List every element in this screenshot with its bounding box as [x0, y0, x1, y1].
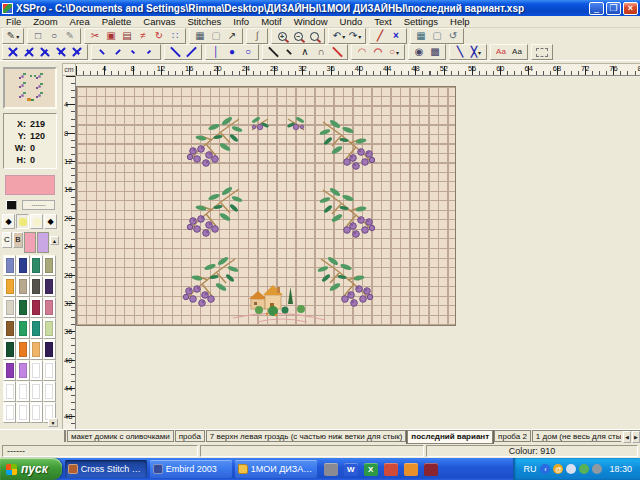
palette-swatch-lilac[interactable]: [37, 232, 49, 253]
undo-button[interactable]: ↶▾: [331, 30, 347, 43]
part-stitch-tool[interactable]: [281, 46, 297, 59]
pattern-tab-3[interactable]: 7 верхн левая гроздь (с частью ниж ветки…: [206, 430, 407, 442]
exclude-selection-tool[interactable]: ≠: [135, 30, 151, 43]
menu-info[interactable]: Info: [227, 16, 255, 27]
paste-selection-tool[interactable]: ▤: [119, 30, 135, 43]
vertical-stitch[interactable]: │: [208, 46, 224, 59]
tray-collapse-icon[interactable]: ‹: [540, 464, 550, 474]
text-tool-black[interactable]: Aa: [509, 46, 525, 59]
palette-color[interactable]: [30, 318, 43, 339]
task-button-1[interactable]: Cross Stitch Pro...: [65, 460, 147, 478]
palette-yellow-blob-button[interactable]: [16, 214, 29, 229]
language-indicator[interactable]: RU: [523, 464, 536, 474]
palette-color[interactable]: [43, 360, 56, 381]
pattern-tab-1[interactable]: макет домик с оливочками: [67, 430, 174, 442]
excel-icon[interactable]: X: [364, 463, 378, 476]
palette-color[interactable]: [16, 339, 29, 360]
bead-solid[interactable]: ●: [224, 46, 240, 59]
curve-thin-tool[interactable]: ◠: [354, 46, 370, 59]
palette-b-button[interactable]: B: [13, 232, 23, 248]
bead-outline[interactable]: ○: [240, 46, 256, 59]
palette-scroll-up[interactable]: ▲: [50, 236, 59, 245]
pattern-repeat-tool[interactable]: ∷: [167, 30, 183, 43]
print-preview-tool[interactable]: ▢: [208, 30, 224, 43]
menu-settings[interactable]: Settings: [398, 16, 444, 27]
palette-c-button[interactable]: C: [2, 232, 12, 248]
palette-color[interactable]: [43, 297, 56, 318]
palette-color[interactable]: [43, 318, 56, 339]
taskbar-app-icon-4[interactable]: [424, 463, 438, 476]
unpick-tool[interactable]: ×: [388, 30, 404, 43]
palette-color[interactable]: [30, 381, 43, 402]
palette-color[interactable]: [16, 276, 29, 297]
half-stitch-back[interactable]: [167, 46, 183, 59]
palette-color[interactable]: [43, 381, 56, 402]
rotate-selection-tool[interactable]: ↻: [151, 30, 167, 43]
palette-color[interactable]: [30, 297, 43, 318]
quarter-stitch-br[interactable]: [142, 46, 158, 59]
tray-coin-icon[interactable]: @: [553, 464, 563, 474]
circle-shape-tool[interactable]: ○▾: [386, 46, 402, 59]
task-button-2[interactable]: Embird 2003: [150, 460, 232, 478]
zoom-out-tool[interactable]: −: [290, 30, 306, 43]
quarter-stitch-tr[interactable]: [110, 46, 126, 59]
pen-tool[interactable]: ╱: [372, 30, 388, 43]
angle-stitch-tool[interactable]: ∧: [297, 46, 313, 59]
palette-color[interactable]: [30, 360, 43, 381]
fill-pattern-tool[interactable]: ▩: [427, 46, 443, 59]
task-button-3[interactable]: 1МОИ ДИЗАЙНЫ: [235, 460, 317, 478]
menu-motif[interactable]: Motif: [255, 16, 288, 27]
half-stitch-forward[interactable]: [183, 46, 199, 59]
palette-color[interactable]: [3, 318, 16, 339]
rect-select-tool[interactable]: □: [30, 30, 46, 43]
palette-pale-blob-button[interactable]: [30, 214, 43, 229]
taskbar-app-icon-3[interactable]: [404, 463, 418, 476]
reload-tool[interactable]: ↺: [445, 30, 461, 43]
palette-color[interactable]: [30, 276, 43, 297]
palette-color[interactable]: [3, 381, 16, 402]
full-cross-stitch[interactable]: [5, 46, 21, 59]
zoom-in-tool[interactable]: +: [274, 30, 290, 43]
palette-color[interactable]: [16, 360, 29, 381]
palette-color[interactable]: [43, 276, 56, 297]
current-color-swatch[interactable]: [5, 175, 55, 195]
start-button[interactable]: пуск: [0, 458, 62, 480]
text-tool-red[interactable]: Aa: [493, 46, 509, 59]
french-knot-tool[interactable]: ◉: [411, 46, 427, 59]
menu-window[interactable]: Window: [288, 16, 334, 27]
pattern-tab-5[interactable]: проба 2: [494, 430, 531, 442]
three-quarter-stitch-br[interactable]: [69, 46, 85, 59]
taskbar-app-icon-1[interactable]: [324, 463, 338, 476]
pattern-tab-4[interactable]: последний вариант: [407, 430, 493, 444]
flip-stitch-tool-1[interactable]: ╲: [452, 46, 468, 59]
menu-canvas[interactable]: Canvas: [137, 16, 181, 27]
palette-color[interactable]: [16, 381, 29, 402]
taskbar-app-icon-2[interactable]: [384, 463, 398, 476]
palette-color[interactable]: [3, 339, 16, 360]
quarter-stitch-tl[interactable]: [94, 46, 110, 59]
redo-button[interactable]: ↷▾: [347, 30, 363, 43]
menu-undo[interactable]: Undo: [334, 16, 369, 27]
black-color-button[interactable]: [6, 200, 17, 210]
menu-file[interactable]: File: [0, 16, 27, 27]
tray-device-icon[interactable]: [592, 464, 602, 474]
palette-diamond-button-2[interactable]: ◆: [44, 214, 57, 229]
stitch-marquee-tool[interactable]: [534, 46, 550, 59]
palette-color[interactable]: [3, 297, 16, 318]
pointer-tool[interactable]: ↗: [224, 30, 240, 43]
three-quarter-stitch-tl[interactable]: [21, 46, 37, 59]
palette-color[interactable]: [30, 255, 43, 276]
palette-color[interactable]: [16, 255, 29, 276]
three-quarter-stitch-bl[interactable]: [53, 46, 69, 59]
tray-update-icon[interactable]: [579, 464, 589, 474]
save-copy-tool[interactable]: ▦: [413, 30, 429, 43]
lasso-select-tool[interactable]: ○: [46, 30, 62, 43]
screen-view-tool[interactable]: ▦: [192, 30, 208, 43]
palette-color[interactable]: [3, 402, 16, 423]
palette-color[interactable]: [43, 339, 56, 360]
copy-selection-tool[interactable]: ▣: [103, 30, 119, 43]
backstitch-tool[interactable]: [265, 46, 281, 59]
palette-scroll-down[interactable]: ▼: [48, 418, 58, 427]
pencil-tool[interactable]: ✎▾: [5, 30, 21, 43]
close-button[interactable]: ×: [623, 2, 638, 15]
